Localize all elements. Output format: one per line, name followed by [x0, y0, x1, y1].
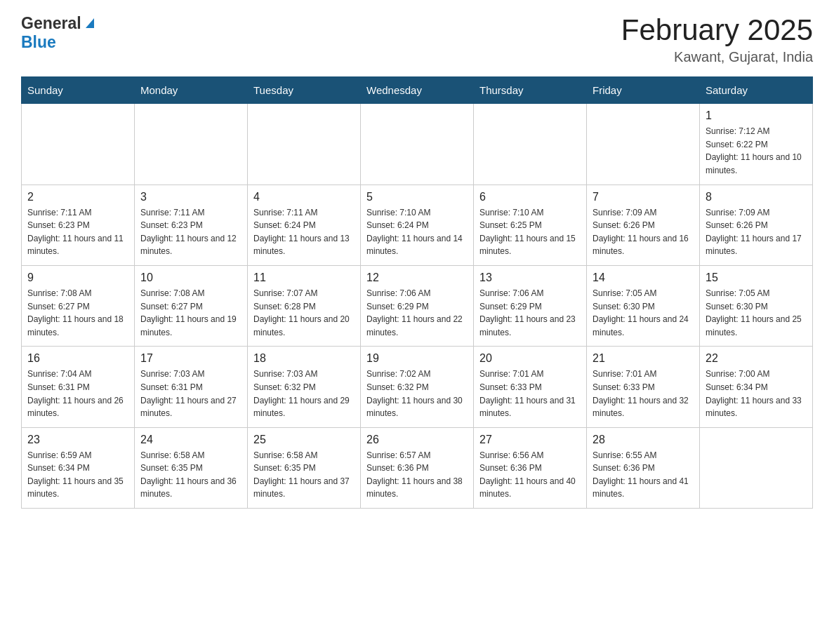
calendar-week-1: 1Sunrise: 7:12 AMSunset: 6:22 PMDaylight…: [22, 104, 813, 185]
weekday-row: Sunday Monday Tuesday Wednesday Thursday…: [22, 77, 813, 104]
day-info: Sunrise: 7:10 AMSunset: 6:24 PMDaylight:…: [366, 206, 468, 258]
day-number: 16: [27, 352, 128, 365]
calendar-cell: 23Sunrise: 6:59 AMSunset: 6:34 PMDayligh…: [22, 427, 135, 508]
logo: General Blue: [21, 14, 97, 52]
day-number: 9: [27, 271, 128, 284]
col-friday: Friday: [587, 77, 700, 104]
calendar-cell: 5Sunrise: 7:10 AMSunset: 6:24 PMDaylight…: [361, 185, 474, 265]
day-number: 13: [479, 271, 581, 284]
day-info: Sunrise: 7:05 AMSunset: 6:30 PMDaylight:…: [593, 287, 694, 339]
calendar-cell: 22Sunrise: 7:00 AMSunset: 6:34 PMDayligh…: [700, 347, 813, 427]
day-info: Sunrise: 6:58 AMSunset: 6:35 PMDaylight:…: [253, 449, 355, 501]
calendar-cell: 13Sunrise: 7:06 AMSunset: 6:29 PMDayligh…: [474, 265, 587, 346]
day-info: Sunrise: 7:09 AMSunset: 6:26 PMDaylight:…: [706, 206, 807, 258]
page-header: General Blue February 2025 Kawant, Gujar…: [21, 14, 813, 65]
svg-marker-0: [86, 18, 94, 28]
col-monday: Monday: [135, 77, 248, 104]
day-info: Sunrise: 7:03 AMSunset: 6:31 PMDaylight:…: [140, 368, 241, 420]
day-info: Sunrise: 7:02 AMSunset: 6:32 PMDaylight:…: [366, 368, 468, 420]
day-number: 15: [706, 271, 807, 284]
logo-blue-text: Blue: [21, 33, 56, 51]
calendar-cell: 26Sunrise: 6:57 AMSunset: 6:36 PMDayligh…: [361, 427, 474, 508]
calendar-header: Sunday Monday Tuesday Wednesday Thursday…: [22, 77, 813, 104]
day-number: 21: [593, 352, 694, 365]
calendar-cell: [700, 427, 813, 508]
calendar-cell: 9Sunrise: 7:08 AMSunset: 6:27 PMDaylight…: [22, 265, 135, 346]
calendar-body: 1Sunrise: 7:12 AMSunset: 6:22 PMDaylight…: [22, 104, 813, 509]
calendar-cell: 6Sunrise: 7:10 AMSunset: 6:25 PMDaylight…: [474, 185, 587, 265]
day-number: 18: [253, 352, 355, 365]
col-wednesday: Wednesday: [361, 77, 474, 104]
day-info: Sunrise: 7:07 AMSunset: 6:28 PMDaylight:…: [253, 287, 355, 339]
calendar-cell: 4Sunrise: 7:11 AMSunset: 6:24 PMDaylight…: [248, 185, 361, 265]
day-number: 25: [253, 434, 355, 446]
calendar-week-5: 23Sunrise: 6:59 AMSunset: 6:34 PMDayligh…: [22, 427, 813, 508]
day-number: 3: [140, 191, 241, 203]
day-number: 14: [593, 271, 694, 284]
day-info: Sunrise: 7:11 AMSunset: 6:23 PMDaylight:…: [27, 206, 128, 258]
day-info: Sunrise: 6:58 AMSunset: 6:35 PMDaylight:…: [140, 449, 241, 501]
calendar-cell: [248, 104, 361, 185]
day-number: 11: [253, 271, 355, 284]
day-info: Sunrise: 7:08 AMSunset: 6:27 PMDaylight:…: [27, 287, 128, 339]
day-number: 4: [253, 191, 355, 203]
calendar-cell: 20Sunrise: 7:01 AMSunset: 6:33 PMDayligh…: [474, 347, 587, 427]
day-number: 2: [27, 191, 128, 203]
calendar-cell: 18Sunrise: 7:03 AMSunset: 6:32 PMDayligh…: [248, 347, 361, 427]
day-info: Sunrise: 7:12 AMSunset: 6:22 PMDaylight:…: [706, 125, 807, 177]
day-info: Sunrise: 7:11 AMSunset: 6:23 PMDaylight:…: [140, 206, 241, 258]
day-info: Sunrise: 6:57 AMSunset: 6:36 PMDaylight:…: [366, 449, 468, 501]
col-saturday: Saturday: [700, 77, 813, 104]
day-number: 7: [593, 191, 694, 203]
logo-triangle-icon: [83, 15, 97, 32]
title-block: February 2025 Kawant, Gujarat, India: [621, 14, 813, 65]
calendar-cell: 28Sunrise: 6:55 AMSunset: 6:36 PMDayligh…: [587, 427, 700, 508]
day-number: 23: [27, 434, 128, 446]
calendar-cell: [135, 104, 248, 185]
calendar-cell: 17Sunrise: 7:03 AMSunset: 6:31 PMDayligh…: [135, 347, 248, 427]
day-number: 5: [366, 191, 468, 203]
col-thursday: Thursday: [474, 77, 587, 104]
calendar-cell: 3Sunrise: 7:11 AMSunset: 6:23 PMDaylight…: [135, 185, 248, 265]
logo-general-text: General: [21, 14, 81, 33]
calendar-cell: 14Sunrise: 7:05 AMSunset: 6:30 PMDayligh…: [587, 265, 700, 346]
day-info: Sunrise: 7:03 AMSunset: 6:32 PMDaylight:…: [253, 368, 355, 420]
day-number: 12: [366, 271, 468, 284]
calendar-cell: 16Sunrise: 7:04 AMSunset: 6:31 PMDayligh…: [22, 347, 135, 427]
calendar-cell: 2Sunrise: 7:11 AMSunset: 6:23 PMDaylight…: [22, 185, 135, 265]
day-number: 24: [140, 434, 241, 446]
calendar-cell: 24Sunrise: 6:58 AMSunset: 6:35 PMDayligh…: [135, 427, 248, 508]
day-info: Sunrise: 7:04 AMSunset: 6:31 PMDaylight:…: [27, 368, 128, 420]
day-info: Sunrise: 7:05 AMSunset: 6:30 PMDaylight:…: [706, 287, 807, 339]
calendar-cell: [474, 104, 587, 185]
day-info: Sunrise: 7:09 AMSunset: 6:26 PMDaylight:…: [593, 206, 694, 258]
day-number: 19: [366, 352, 468, 365]
calendar-title: February 2025: [621, 14, 813, 46]
calendar-week-3: 9Sunrise: 7:08 AMSunset: 6:27 PMDaylight…: [22, 265, 813, 346]
day-info: Sunrise: 7:11 AMSunset: 6:24 PMDaylight:…: [253, 206, 355, 258]
day-number: 8: [706, 191, 807, 203]
day-number: 20: [479, 352, 581, 365]
calendar-week-4: 16Sunrise: 7:04 AMSunset: 6:31 PMDayligh…: [22, 347, 813, 427]
calendar-cell: 1Sunrise: 7:12 AMSunset: 6:22 PMDaylight…: [700, 104, 813, 185]
day-number: 1: [706, 109, 807, 122]
day-info: Sunrise: 7:08 AMSunset: 6:27 PMDaylight:…: [140, 287, 241, 339]
col-tuesday: Tuesday: [248, 77, 361, 104]
calendar-table: Sunday Monday Tuesday Wednesday Thursday…: [21, 76, 813, 509]
calendar-cell: 11Sunrise: 7:07 AMSunset: 6:28 PMDayligh…: [248, 265, 361, 346]
day-info: Sunrise: 6:56 AMSunset: 6:36 PMDaylight:…: [479, 449, 581, 501]
day-number: 27: [479, 434, 581, 446]
day-number: 6: [479, 191, 581, 203]
calendar-cell: 27Sunrise: 6:56 AMSunset: 6:36 PMDayligh…: [474, 427, 587, 508]
calendar-cell: 7Sunrise: 7:09 AMSunset: 6:26 PMDaylight…: [587, 185, 700, 265]
day-info: Sunrise: 7:06 AMSunset: 6:29 PMDaylight:…: [479, 287, 581, 339]
calendar-cell: [361, 104, 474, 185]
calendar-cell: 25Sunrise: 6:58 AMSunset: 6:35 PMDayligh…: [248, 427, 361, 508]
calendar-cell: 19Sunrise: 7:02 AMSunset: 6:32 PMDayligh…: [361, 347, 474, 427]
day-info: Sunrise: 7:06 AMSunset: 6:29 PMDaylight:…: [366, 287, 468, 339]
calendar-cell: 8Sunrise: 7:09 AMSunset: 6:26 PMDaylight…: [700, 185, 813, 265]
calendar-cell: [587, 104, 700, 185]
day-number: 26: [366, 434, 468, 446]
calendar-cell: [22, 104, 135, 185]
calendar-subtitle: Kawant, Gujarat, India: [621, 49, 813, 65]
